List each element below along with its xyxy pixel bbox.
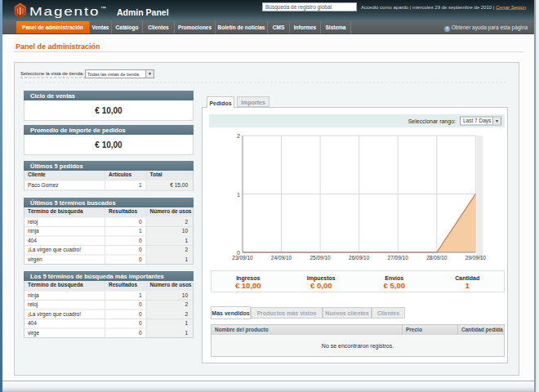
svg-text:1: 1 [237,192,240,198]
svg-text:2: 2 [237,133,240,139]
svg-text:28/09/10: 28/09/10 [426,255,448,261]
svg-text:23/09/10: 23/09/10 [232,255,253,261]
svg-text:29/09/10: 29/09/10 [466,255,487,261]
svg-text:24/09/10: 24/09/10 [271,255,292,261]
svg-text:26/09/10: 26/09/10 [349,255,370,261]
svg-text:27/09/10: 27/09/10 [388,255,409,261]
svg-text:25/09/10: 25/09/10 [310,255,331,261]
